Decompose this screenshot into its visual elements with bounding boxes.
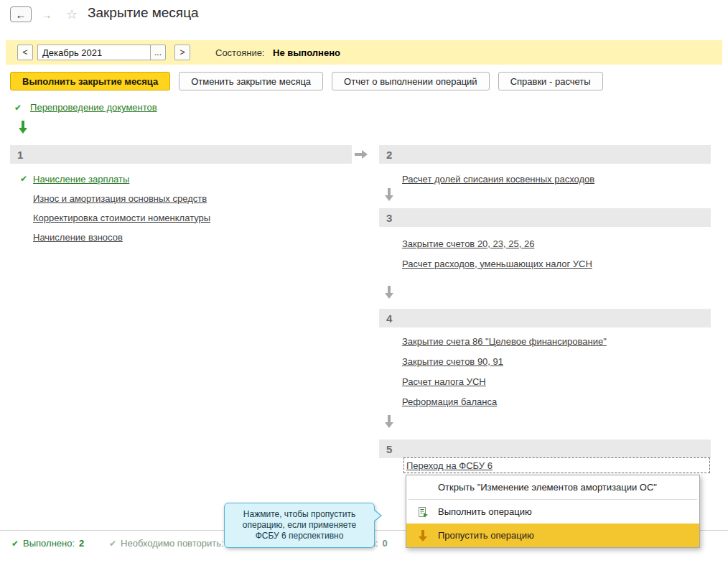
status-errors-value: 0 [383, 538, 388, 549]
menu-item-skip-operation[interactable]: Пропустить операцию [406, 524, 699, 547]
flow-down-arrow [385, 286, 393, 299]
prev-period-button[interactable]: < [17, 45, 33, 60]
check-icon: ✔ [109, 539, 116, 549]
execute-closing-button[interactable]: Выполнить закрытие месяца [10, 72, 170, 90]
status-done: ✔ Выполнено: 2 [11, 538, 84, 549]
operation-link-indirect-costs[interactable]: Расчет долей списания косвенных расходов [402, 174, 594, 185]
check-icon: ✔ [11, 539, 19, 549]
skip-operation-tooltip: Нажмите, чтобы пропустить операцию, если… [224, 503, 375, 548]
flow-down-arrow [385, 188, 393, 201]
group-3-header: 3 [379, 208, 711, 227]
operation-row: Расчет долей списания косвенных расходов [402, 172, 594, 185]
flow-right-arrow [355, 150, 368, 159]
status-done-value: 2 [79, 538, 84, 549]
status-done-label: Выполнено: [23, 538, 75, 549]
cancel-closing-button[interactable]: Отменить закрытие месяца [179, 72, 323, 90]
forward-arrow-icon: → [42, 9, 52, 21]
group-5-number: 5 [386, 443, 392, 455]
tooltip-line: ФСБУ 6 перспективно [230, 531, 368, 541]
group-4-header: 4 [379, 309, 711, 327]
tooltip-line: операцию, если применяете [230, 520, 368, 531]
back-arrow-icon: ← [16, 9, 27, 21]
period-bar: < ... > Состояние: Не выполнено [6, 40, 722, 65]
operation-link-close-accounts-90-91[interactable]: Закрытие счетов 90, 91 [402, 356, 503, 367]
operation-row: Износ и амортизация основных средств [33, 192, 207, 205]
operation-link-fsbu6[interactable]: Переход на ФСБУ 6 [406, 460, 493, 471]
operation-link-close-account-86[interactable]: Закрытие счета 86 "Целевое финансировани… [402, 336, 607, 347]
menu-item-label: Выполнить операцию [438, 506, 532, 517]
operation-row: Корректировка стоимости номенклатуры [33, 211, 210, 224]
page-title: Закрытие месяца [88, 5, 199, 21]
back-button[interactable]: ← [10, 6, 32, 22]
state-value: Не выполнено [273, 47, 340, 58]
focused-operation-fsbu6[interactable]: Переход на ФСБУ 6 [403, 457, 710, 473]
forward-button[interactable]: → [36, 6, 57, 22]
operation-link-usn-expenses[interactable]: Расчет расходов, уменьшающих налог УСН [402, 259, 592, 269]
flow-down-arrow [385, 415, 393, 428]
tooltip-line: Нажмите, чтобы пропустить [230, 509, 368, 520]
flow-down-arrow-green [19, 121, 27, 134]
operation-link-balance-reformation[interactable]: Реформация баланса [402, 396, 497, 407]
check-icon: ✔ [14, 103, 22, 113]
operation-row: Начисление взносов [33, 231, 123, 243]
operation-row: Расчет налога УСН [402, 375, 486, 388]
state-label: Состояние: [215, 47, 264, 58]
menu-item-label: Пропустить операцию [438, 530, 534, 541]
reposting-documents-link[interactable]: Перепроведение документов [30, 102, 157, 113]
group-1-number: 1 [17, 149, 23, 161]
operation-row: Реформация баланса [402, 395, 497, 408]
operation-link-usn-tax[interactable]: Расчет налога УСН [402, 376, 486, 387]
month-closing-window: ← → ☆ Закрытие месяца < ... > Состояние:… [0, 0, 728, 563]
operation-link-cost-adjustment[interactable]: Корректировка стоимости номенклатуры [33, 213, 210, 223]
favorite-star-icon[interactable]: ☆ [66, 6, 78, 22]
status-repeat: ✔ Необходимо повторить: 0 [109, 538, 233, 549]
group-1-header: 1 [10, 145, 352, 164]
operation-link-contributions[interactable]: Начисление взносов [33, 232, 123, 243]
context-menu: Открыть "Изменение элементов амортизации… [406, 475, 700, 548]
operation-row: Закрытие счетов 90, 91 [402, 355, 503, 368]
operation-row: Закрытие счетов 20, 23, 25, 26 [402, 237, 534, 250]
next-period-button[interactable]: > [174, 45, 190, 60]
period-input[interactable] [37, 45, 151, 60]
menu-item-open-document[interactable]: Открыть "Изменение элементов амортизации… [406, 475, 699, 499]
operation-row: Закрытие счета 86 "Целевое финансировани… [402, 335, 607, 348]
period-picker-button[interactable]: ... [150, 45, 166, 60]
operations-report-button[interactable]: Отчет о выполнении операций [332, 72, 490, 90]
done-check-icon: ✔ [20, 174, 27, 184]
group-2-header: 2 [379, 145, 711, 164]
status-repeat-label: Необходимо повторить: [121, 538, 224, 549]
group-5-header: 5 [379, 439, 711, 458]
operation-link-depreciation[interactable]: Износ и амортизация основных средств [33, 193, 207, 204]
run-operation-icon [414, 506, 432, 518]
skip-operation-icon [414, 530, 432, 541]
operation-link-close-accounts-20[interactable]: Закрытие счетов 20, 23, 25, 26 [402, 238, 534, 249]
operation-row: ✔ Начисление зарплаты [20, 172, 129, 185]
menu-item-label: Открыть "Изменение элементов амортизации… [438, 482, 657, 493]
operation-link-payroll[interactable]: Начисление зарплаты [33, 174, 129, 185]
menu-item-run-operation[interactable]: Выполнить операцию [406, 500, 699, 524]
group-4-number: 4 [386, 312, 392, 325]
group-3-number: 3 [386, 212, 392, 224]
references-calculations-button[interactable]: Справки - расчеты [498, 72, 603, 90]
operation-row: Расчет расходов, уменьшающих налог УСН [402, 257, 592, 270]
reposting-row: ✔ Перепроведение документов [14, 102, 157, 113]
group-2-number: 2 [386, 149, 392, 161]
toolbar: Выполнить закрытие месяца Отменить закры… [10, 72, 603, 90]
